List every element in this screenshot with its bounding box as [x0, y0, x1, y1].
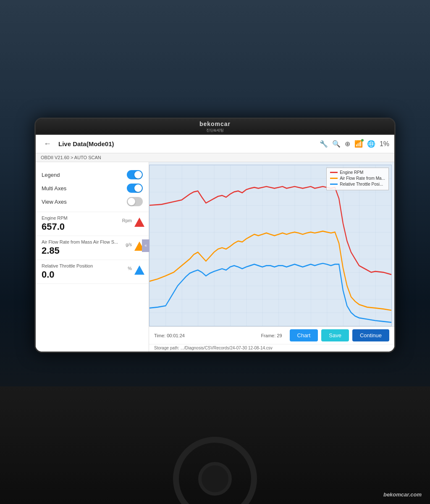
- legend-toggle-row: Legend: [42, 168, 143, 181]
- legend-item-airflow: Air Flow Rate from Ma...: [330, 176, 385, 181]
- left-panel: Legend Multi Axes View Axe: [36, 162, 149, 352]
- bottom-bar: Time: 00:01:24 Frame: 29 Chart Save Cont…: [149, 326, 394, 344]
- header-bar: ← Live Data(Mode01) 🔧 🔍 ⊕ 📶 🌐 1%: [36, 135, 394, 153]
- legend-text-throttle: Relative Throttle Posi...: [340, 182, 383, 186]
- legend-text-airflow: Air Flow Rate from Ma...: [340, 176, 385, 181]
- view-axes-label: View Axes: [42, 199, 67, 205]
- collapse-button[interactable]: «: [142, 239, 149, 252]
- engine-rpm-item: Engine RPM 657.0 Rpm: [36, 212, 149, 236]
- legend-label: Legend: [42, 172, 60, 178]
- chart-button[interactable]: Chart: [290, 329, 318, 341]
- chart-legend: Engine RPM Air Flow Rate from Ma... Rela…: [326, 168, 389, 190]
- right-panel: «: [149, 162, 394, 352]
- legend-toggle[interactable]: [127, 170, 143, 179]
- continue-button[interactable]: Continue: [352, 329, 389, 341]
- search-icon[interactable]: 🔍: [332, 140, 341, 148]
- scan-icon[interactable]: ⊕: [345, 140, 350, 148]
- time-label: Time: 00:01:24: [154, 333, 185, 338]
- battery-label: 1%: [380, 140, 389, 147]
- screen: ← Live Data(Mode01) 🔧 🔍 ⊕ 📶 🌐 1%: [36, 135, 394, 352]
- storage-path: Storage path: .../Diagnosis/CSVRecords/2…: [149, 344, 394, 352]
- device-frame: bekomcar 진단&세팅 ← Live Data(Mode01) 🔧 🔍 ⊕…: [34, 118, 396, 353]
- watermark: bekomcar.com: [383, 491, 422, 498]
- save-button[interactable]: Save: [321, 329, 349, 341]
- frame-label: Frame: 29: [261, 333, 282, 338]
- engine-rpm-unit: Rpm: [122, 218, 132, 223]
- back-button[interactable]: ←: [41, 137, 54, 151]
- multi-axes-label: Multi Axes: [42, 185, 66, 192]
- engine-rpm-indicator: [134, 215, 144, 229]
- main-content: Legend Multi Axes View Axe: [36, 162, 394, 352]
- page-title: Live Data(Mode01): [58, 140, 320, 147]
- battery-icon: 1%: [380, 140, 389, 148]
- view-axes-toggle[interactable]: [127, 197, 143, 206]
- throttle-item: Relative Throttle Position 0.0 %: [36, 260, 149, 284]
- header-icons: 🔧 🔍 ⊕ 📶 🌐 1%: [320, 140, 389, 148]
- legend-color-rpm: [330, 172, 338, 173]
- legend-text-rpm: Engine RPM: [340, 170, 363, 175]
- globe-icon[interactable]: 🌐: [367, 140, 375, 148]
- throttle-unit: %: [128, 266, 132, 271]
- chart-area: «: [149, 165, 392, 326]
- brand-sub: 진단&세팅: [199, 128, 231, 133]
- legend-item-rpm: Engine RPM: [330, 170, 385, 175]
- toggle-section: Legend Multi Axes View Axe: [36, 166, 149, 212]
- air-flow-unit: g/s: [126, 242, 132, 247]
- wifi-icon: 📶: [354, 140, 363, 148]
- broom-icon[interactable]: 🔧: [320, 140, 328, 148]
- air-flow-item: Air Flow Rate from Mass Air Flow S... 2.…: [36, 236, 149, 260]
- legend-color-airflow: [330, 178, 338, 179]
- view-axes-toggle-row: View Axes: [42, 195, 143, 208]
- device-top-bar: bekomcar 진단&세팅: [36, 119, 394, 135]
- multi-axes-toggle[interactable]: [127, 184, 143, 193]
- multi-axes-toggle-row: Multi Axes: [42, 181, 143, 195]
- throttle-indicator: [134, 263, 144, 277]
- brand-label: bekomcar: [199, 121, 231, 127]
- legend-item-throttle: Relative Throttle Posi...: [330, 182, 385, 186]
- legend-color-throttle: [330, 184, 338, 185]
- breadcrumb: OBDII V21.60 > AUTO SCAN: [36, 153, 394, 162]
